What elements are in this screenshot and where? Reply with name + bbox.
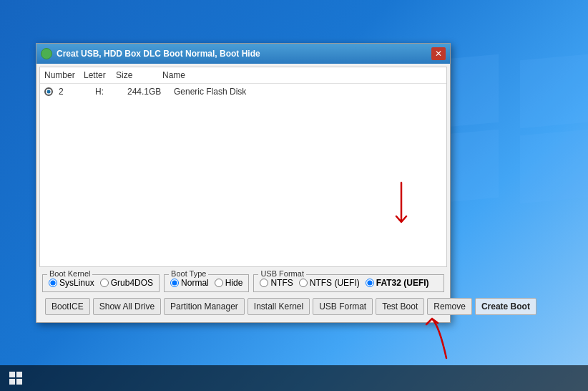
col-header-name: Name [162,70,442,80]
bootice-button[interactable]: BootICE [45,298,90,315]
install-kernel-button[interactable]: Install Kernel [248,298,310,315]
radio-normal-label[interactable]: Normal [170,278,209,288]
disk-size-0: 244.1GB [127,87,174,97]
radio-grub4dos-label[interactable]: Grub4DOS [100,278,153,288]
disk-row-0[interactable]: 2 H: 244.1GB Generic Flash Disk [40,84,446,100]
svg-rect-3 [16,379,22,385]
col-header-letter: Letter [84,70,116,80]
win-logo-decoration [431,57,588,329]
red-arrow-create-boot [411,312,454,362]
radio-hide-text: Hide [225,278,243,288]
svg-rect-1 [16,372,22,377]
radio-hide-label[interactable]: Hide [215,278,243,288]
windows-icon [9,372,22,385]
boot-type-legend: Boot Type [169,269,208,278]
radio-grub4dos-text: Grub4DOS [111,278,153,288]
col-header-number: Number [44,70,84,80]
title-bar: Creat USB, HDD Box DLC Boot Normal, Boot… [36,44,450,64]
radio-grub4dos[interactable] [100,279,109,287]
window-title: Creat USB, HDD Box DLC Boot Normal, Boot… [57,49,431,59]
svg-rect-2 [9,379,15,385]
boot-type-group: Boot Type Normal Hide [164,274,249,292]
options-area: Boot Kernel SysLinux Grub4DOS Boot Type [36,270,450,322]
main-dialog: Creat USB, HDD Box DLC Boot Normal, Boot… [36,43,451,323]
radio-syslinux[interactable] [49,279,57,287]
create-boot-button[interactable]: Create Boot [475,298,536,315]
disk-letter-0: H: [95,87,127,97]
usb-format-group: USB Format NTFS NTFS (UEFI) FAT32 (UEFI) [253,274,444,292]
col-header-size: Size [116,70,162,80]
radio-ntfs[interactable] [260,279,268,287]
svg-rect-0 [9,372,15,377]
usb-format-legend: USB Format [258,269,306,278]
radio-syslinux-text: SysLinux [59,278,94,288]
radio-ntfs-uefi-label[interactable]: NTFS (UEFI) [299,278,360,288]
radio-ntfs-uefi[interactable] [299,279,308,287]
show-all-drive-button[interactable]: Show All Drive [93,298,161,315]
radio-normal[interactable] [170,279,179,287]
usb-format-button[interactable]: USB Format [313,298,373,315]
desktop: Creat USB, HDD Box DLC Boot Normal, Boot… [0,0,588,391]
radio-ntfs-uefi-text: NTFS (UEFI) [310,278,360,288]
radio-fat32-uefi-text: FAT32 (UEFI) [376,278,429,288]
start-button[interactable] [0,365,31,391]
radio-ntfs-label[interactable]: NTFS [260,278,293,288]
app-icon [41,48,52,59]
radio-hide[interactable] [215,279,223,287]
disk-name-0: Generic Flash Disk [174,87,442,97]
radio-fat32-uefi[interactable] [366,279,374,287]
radio-normal-text: Normal [181,278,209,288]
boot-kernel-legend: Boot Kernel [47,269,92,278]
radio-syslinux-label[interactable]: SysLinux [49,278,94,288]
disk-radio-0[interactable] [44,87,53,96]
disk-number-0: 2 [56,87,95,97]
disk-list-area: Number Letter Size Name 2 H: 244.1GB Gen… [39,67,447,267]
red-arrow-left [39,85,42,107]
radio-fat32-uefi-label[interactable]: FAT32 (UEFI) [366,278,429,288]
options-row-groups: Boot Kernel SysLinux Grub4DOS Boot Type [42,274,444,292]
boot-kernel-group: Boot Kernel SysLinux Grub4DOS [42,274,160,292]
close-button[interactable]: ✕ [431,47,446,60]
red-arrow-down-fat32 [391,179,412,236]
radio-ntfs-text: NTFS [270,278,293,288]
taskbar [0,365,588,391]
partition-manager-button[interactable]: Partition Manager [164,298,245,315]
action-buttons-row: BootICE Show All Drive Partition Manager… [42,295,444,319]
table-header: Number Letter Size Name [40,67,446,84]
